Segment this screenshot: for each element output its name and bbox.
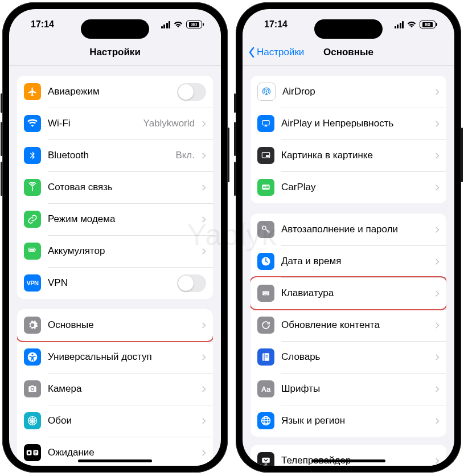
wifi-icon bbox=[24, 115, 41, 132]
row-label: Сотовая связь bbox=[48, 182, 195, 193]
settings-row[interactable]: Авиарежим bbox=[17, 76, 213, 108]
settings-row[interactable]: CarPlay bbox=[251, 171, 446, 203]
settings-row[interactable]: Основные bbox=[17, 309, 213, 341]
svg-rect-37 bbox=[265, 292, 266, 292]
camera-icon bbox=[24, 380, 41, 397]
row-label: Авиарежим bbox=[48, 86, 170, 97]
home-indicator[interactable] bbox=[311, 459, 385, 462]
home-indicator[interactable] bbox=[78, 459, 152, 462]
svg-rect-27 bbox=[266, 155, 269, 157]
svg-rect-43 bbox=[267, 293, 268, 293]
settings-row[interactable]: Аккумулятор bbox=[17, 235, 213, 267]
airplane-icon bbox=[24, 83, 41, 100]
vol-down[interactable] bbox=[234, 162, 236, 196]
settings-row[interactable]: Камера bbox=[17, 373, 213, 405]
mute-switch[interactable] bbox=[1, 93, 2, 113]
standby-icon bbox=[24, 444, 41, 461]
settings-row[interactable]: Клавиатура bbox=[251, 277, 446, 309]
dictionary-icon bbox=[257, 348, 274, 366]
key-icon bbox=[257, 221, 274, 238]
settings-row[interactable]: Режим модема bbox=[17, 203, 213, 235]
dynamic-island bbox=[81, 19, 149, 39]
row-label: Дата и время bbox=[281, 256, 428, 267]
row-label: CarPlay bbox=[281, 182, 428, 193]
row-label: Режим модема bbox=[48, 214, 195, 225]
wifi-status-icon bbox=[406, 20, 417, 28]
wifi-status-icon bbox=[173, 20, 183, 28]
settings-row[interactable]: Обновление контента bbox=[251, 309, 446, 341]
settings-row[interactable]: Телепровайдер bbox=[251, 445, 446, 466]
status-time: 17:14 bbox=[264, 19, 288, 30]
back-button[interactable]: Настройки bbox=[248, 40, 304, 65]
row-label: Клавиатура bbox=[281, 288, 428, 299]
chevron-right-icon bbox=[202, 449, 206, 457]
page-title: Настройки bbox=[89, 47, 141, 58]
chevron-right-icon bbox=[202, 354, 206, 361]
chevron-right-icon bbox=[435, 417, 440, 425]
mute-switch[interactable] bbox=[234, 93, 236, 113]
chevron-right-icon bbox=[202, 322, 206, 329]
battery-icon bbox=[24, 243, 41, 260]
settings-row[interactable]: Словарь bbox=[251, 341, 446, 373]
settings-row[interactable]: Универсальный доступ bbox=[17, 341, 213, 373]
chevron-right-icon bbox=[435, 120, 440, 128]
vol-up[interactable] bbox=[234, 122, 236, 156]
group-system: Автозаполнение и паролиДата и времяКлави… bbox=[251, 214, 446, 437]
settings-row[interactable]: Wi-FiYablykworld bbox=[17, 108, 213, 139]
settings-row[interactable]: Сотовая связь bbox=[17, 171, 213, 203]
settings-row[interactable]: Картинка в картинке bbox=[251, 139, 446, 171]
row-label: Обои bbox=[48, 415, 195, 426]
svg-rect-35 bbox=[263, 292, 264, 292]
row-label: Bluetooth bbox=[48, 150, 169, 161]
power-btn[interactable] bbox=[461, 128, 463, 182]
svg-rect-36 bbox=[264, 292, 265, 292]
tvprovider-icon bbox=[257, 452, 274, 466]
language-icon bbox=[257, 412, 274, 429]
row-value: Yablykworld bbox=[143, 118, 195, 129]
content-left[interactable]: АвиарежимWi-FiYablykworldBluetoothВкл.Со… bbox=[9, 65, 221, 466]
chevron-right-icon bbox=[435, 152, 440, 159]
signal-icon bbox=[395, 21, 404, 28]
row-value: Вкл. bbox=[175, 150, 195, 161]
svg-rect-3 bbox=[30, 249, 34, 251]
row-label: Автозаполнение и пароли bbox=[281, 224, 428, 235]
chevron-right-icon bbox=[202, 152, 206, 159]
power-btn[interactable] bbox=[228, 128, 229, 182]
gear-icon bbox=[24, 317, 41, 334]
chevron-right-icon bbox=[202, 248, 206, 255]
content-right[interactable]: AirDropAirPlay и НепрерывностьКартинка в… bbox=[243, 65, 454, 466]
row-label: Wi-Fi bbox=[48, 118, 137, 129]
chevron-left-icon bbox=[248, 47, 255, 58]
row-label: Основные bbox=[48, 319, 195, 331]
settings-row[interactable]: Дата и время bbox=[251, 245, 446, 277]
settings-row[interactable]: AaШрифты bbox=[251, 373, 446, 405]
dynamic-island bbox=[314, 19, 383, 39]
settings-row[interactable]: BluetoothВкл. bbox=[17, 139, 213, 171]
settings-row[interactable]: VPNVPN bbox=[17, 267, 213, 299]
vol-down[interactable] bbox=[1, 162, 2, 196]
chevron-right-icon bbox=[435, 322, 440, 329]
navbar: Настройки Основные bbox=[243, 40, 454, 65]
settings-row[interactable]: Автозаполнение и пароли bbox=[251, 214, 446, 245]
chevron-right-icon bbox=[435, 385, 440, 393]
link-icon bbox=[24, 211, 41, 228]
svg-rect-44 bbox=[264, 294, 268, 294]
row-label: Картинка в картинке bbox=[281, 150, 428, 161]
vol-up[interactable] bbox=[1, 122, 2, 156]
row-label: Универсальный доступ bbox=[48, 351, 195, 363]
clock-icon bbox=[257, 253, 274, 270]
phone-right: 17:14 80 Настройки Основные AirDropAirPl… bbox=[236, 2, 461, 473]
bluetooth-icon bbox=[24, 147, 41, 164]
airdrop-icon bbox=[257, 83, 276, 101]
settings-row[interactable]: Язык и регион bbox=[251, 405, 446, 437]
carplay-icon bbox=[257, 179, 274, 196]
settings-row[interactable]: AirPlay и Непрерывность bbox=[251, 108, 446, 139]
svg-point-29 bbox=[263, 186, 265, 188]
settings-row[interactable]: Обои bbox=[17, 405, 213, 437]
row-label: AirDrop bbox=[282, 86, 428, 97]
toggle-switch[interactable] bbox=[177, 274, 206, 292]
svg-point-5 bbox=[32, 354, 34, 355]
chevron-right-icon bbox=[435, 184, 440, 191]
settings-row[interactable]: AirDrop bbox=[251, 76, 446, 108]
toggle-switch[interactable] bbox=[177, 83, 206, 101]
